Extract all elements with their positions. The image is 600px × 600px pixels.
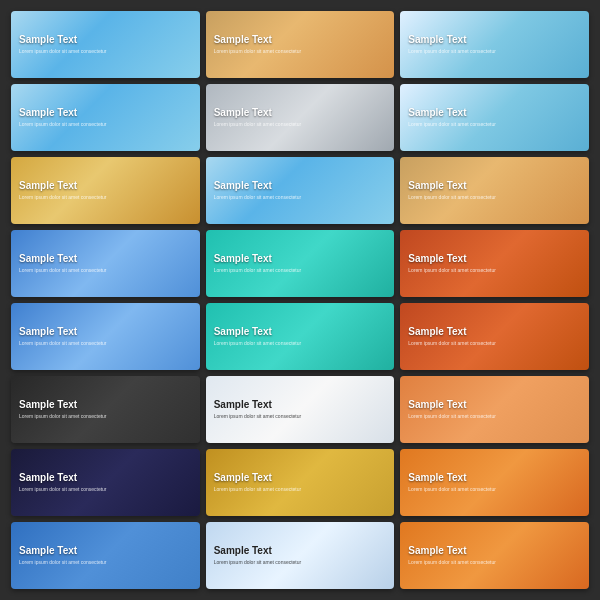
banner-item-21: Sample Text Lorem ipsum dolor sit amet c… <box>400 449 589 516</box>
banner-item-20: Sample Text Lorem ipsum dolor sit amet c… <box>206 449 395 516</box>
banner-title-15: Sample Text <box>408 326 581 338</box>
banner-subtitle-8: Lorem ipsum dolor sit amet consectetur <box>214 194 335 201</box>
banner-item-8: Sample Text Lorem ipsum dolor sit amet c… <box>206 157 395 224</box>
banner-subtitle-6: Lorem ipsum dolor sit amet consectetur <box>408 121 529 128</box>
banner-item-5: Sample Text Lorem ipsum dolor sit amet c… <box>206 84 395 151</box>
banner-subtitle-7: Lorem ipsum dolor sit amet consectetur <box>19 194 140 201</box>
banner-item-17: Sample Text Lorem ipsum dolor sit amet c… <box>206 376 395 443</box>
banner-item-12: Sample Text Lorem ipsum dolor sit amet c… <box>400 230 589 297</box>
banner-title-19: Sample Text <box>19 472 192 484</box>
banner-item-11: Sample Text Lorem ipsum dolor sit amet c… <box>206 230 395 297</box>
banner-title-3: Sample Text <box>408 34 581 46</box>
banner-title-14: Sample Text <box>214 326 387 338</box>
banner-item-9: Sample Text Lorem ipsum dolor sit amet c… <box>400 157 589 224</box>
banner-title-24: Sample Text <box>408 545 581 557</box>
banner-item-23: Sample Text Lorem ipsum dolor sit amet c… <box>206 522 395 589</box>
banner-title-11: Sample Text <box>214 253 387 265</box>
banner-grid: Sample Text Lorem ipsum dolor sit amet c… <box>1 1 599 599</box>
banner-title-8: Sample Text <box>214 180 387 192</box>
banner-subtitle-16: Lorem ipsum dolor sit amet consectetur <box>19 413 140 420</box>
banner-item-10: Sample Text Lorem ipsum dolor sit amet c… <box>11 230 200 297</box>
banner-subtitle-13: Lorem ipsum dolor sit amet consectetur <box>19 340 140 347</box>
banner-item-7: Sample Text Lorem ipsum dolor sit amet c… <box>11 157 200 224</box>
banner-subtitle-20: Lorem ipsum dolor sit amet consectetur <box>214 486 335 493</box>
banner-title-4: Sample Text <box>19 107 192 119</box>
banner-subtitle-19: Lorem ipsum dolor sit amet consectetur <box>19 486 140 493</box>
banner-title-17: Sample Text <box>214 399 387 411</box>
banner-title-5: Sample Text <box>214 107 387 119</box>
banner-subtitle-24: Lorem ipsum dolor sit amet consectetur <box>408 559 529 566</box>
banner-subtitle-18: Lorem ipsum dolor sit amet consectetur <box>408 413 529 420</box>
banner-item-1: Sample Text Lorem ipsum dolor sit amet c… <box>11 11 200 78</box>
banner-item-15: Sample Text Lorem ipsum dolor sit amet c… <box>400 303 589 370</box>
banner-subtitle-10: Lorem ipsum dolor sit amet consectetur <box>19 267 140 274</box>
banner-subtitle-21: Lorem ipsum dolor sit amet consectetur <box>408 486 529 493</box>
banner-title-10: Sample Text <box>19 253 192 265</box>
banner-subtitle-4: Lorem ipsum dolor sit amet consectetur <box>19 121 140 128</box>
banner-title-12: Sample Text <box>408 253 581 265</box>
banner-title-2: Sample Text <box>214 34 387 46</box>
banner-subtitle-23: Lorem ipsum dolor sit amet consectetur <box>214 559 335 566</box>
banner-title-13: Sample Text <box>19 326 192 338</box>
banner-subtitle-2: Lorem ipsum dolor sit amet consectetur <box>214 48 335 55</box>
banner-subtitle-22: Lorem ipsum dolor sit amet consectetur <box>19 559 140 566</box>
banner-item-14: Sample Text Lorem ipsum dolor sit amet c… <box>206 303 395 370</box>
banner-title-1: Sample Text <box>19 34 192 46</box>
banner-item-13: Sample Text Lorem ipsum dolor sit amet c… <box>11 303 200 370</box>
banner-item-3: Sample Text Lorem ipsum dolor sit amet c… <box>400 11 589 78</box>
banner-item-16: Sample Text Lorem ipsum dolor sit amet c… <box>11 376 200 443</box>
banner-title-7: Sample Text <box>19 180 192 192</box>
banner-subtitle-3: Lorem ipsum dolor sit amet consectetur <box>408 48 529 55</box>
banner-title-22: Sample Text <box>19 545 192 557</box>
banner-subtitle-12: Lorem ipsum dolor sit amet consectetur <box>408 267 529 274</box>
banner-title-16: Sample Text <box>19 399 192 411</box>
banner-subtitle-14: Lorem ipsum dolor sit amet consectetur <box>214 340 335 347</box>
banner-item-6: Sample Text Lorem ipsum dolor sit amet c… <box>400 84 589 151</box>
banner-subtitle-5: Lorem ipsum dolor sit amet consectetur <box>214 121 335 128</box>
banner-item-19: Sample Text Lorem ipsum dolor sit amet c… <box>11 449 200 516</box>
banner-item-4: Sample Text Lorem ipsum dolor sit amet c… <box>11 84 200 151</box>
banner-subtitle-9: Lorem ipsum dolor sit amet consectetur <box>408 194 529 201</box>
banner-item-22: Sample Text Lorem ipsum dolor sit amet c… <box>11 522 200 589</box>
banner-subtitle-15: Lorem ipsum dolor sit amet consectetur <box>408 340 529 347</box>
banner-title-6: Sample Text <box>408 107 581 119</box>
banner-title-23: Sample Text <box>214 545 387 557</box>
banner-subtitle-17: Lorem ipsum dolor sit amet consectetur <box>214 413 335 420</box>
banner-title-9: Sample Text <box>408 180 581 192</box>
banner-item-24: Sample Text Lorem ipsum dolor sit amet c… <box>400 522 589 589</box>
banner-item-18: Sample Text Lorem ipsum dolor sit amet c… <box>400 376 589 443</box>
banner-subtitle-1: Lorem ipsum dolor sit amet consectetur <box>19 48 140 55</box>
banner-title-20: Sample Text <box>214 472 387 484</box>
banner-item-2: Sample Text Lorem ipsum dolor sit amet c… <box>206 11 395 78</box>
banner-title-21: Sample Text <box>408 472 581 484</box>
banner-title-18: Sample Text <box>408 399 581 411</box>
banner-subtitle-11: Lorem ipsum dolor sit amet consectetur <box>214 267 335 274</box>
